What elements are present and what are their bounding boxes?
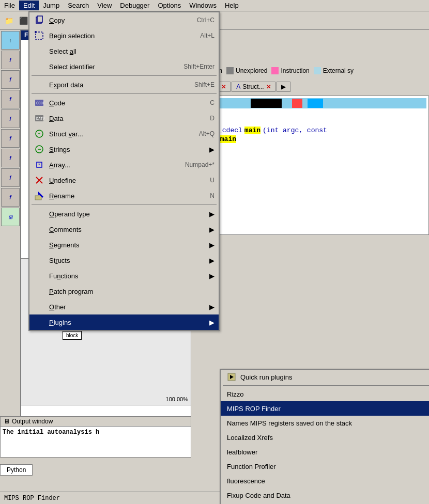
menu-edit[interactable]: Edit [19, 1, 39, 10]
legend-external-label: External sy [323, 67, 354, 74]
sidebar-func-6[interactable]: f [1, 149, 20, 167]
array-icon: * [34, 159, 45, 170]
svg-rect-19 [35, 196, 41, 200]
sidebar-func-7[interactable]: f [1, 168, 20, 187]
menu-struct-var-label: Struct var... [49, 130, 195, 138]
svg-point-7 [35, 31, 37, 33]
sidebar-func-8[interactable]: f [1, 188, 20, 207]
menu-begin-selection-shortcut: Alt+L [200, 32, 214, 39]
code-args: (int argc, const [263, 127, 327, 134]
plugin-names-mips[interactable]: Names MIPS registers saved on the stack [221, 416, 429, 430]
sidebar-func-2[interactable]: f [1, 70, 20, 89]
menu-view[interactable]: View [93, 1, 116, 10]
menu-comments[interactable]: Comments ▶ [29, 222, 219, 237]
svg-text:CODE: CODE [36, 101, 44, 105]
menu-array[interactable]: * Array... Numpad+* [29, 157, 219, 172]
plugin-fluorescence[interactable]: fluorescence [221, 474, 429, 488]
select-identifier-icon [34, 61, 45, 72]
tab-python[interactable]: Python [0, 464, 33, 476]
legend-unexplored-label: Unexplored [236, 67, 267, 74]
plugin-rizzo[interactable]: Rizzo [221, 387, 429, 401]
plugin-function-profiler[interactable]: Function Profiler [221, 459, 429, 474]
menu-begin-selection[interactable]: Begin selection Alt+L [29, 28, 219, 43]
code-area[interactable]: 📝 📊 # int __cdecl main (int argc, const … [191, 96, 429, 235]
legend-instruction-label: Instruction [281, 67, 309, 74]
output-icon: 🖥 [4, 418, 10, 425]
sidebar-func-5[interactable]: f [1, 129, 20, 148]
plugin-mips-rop[interactable]: MIPS ROP Finder [221, 401, 429, 416]
tab-struct-close[interactable]: ✕ [266, 84, 271, 90]
plugin-function-profiler-label: Function Profiler [227, 463, 276, 470]
plugin-localized-xrefs[interactable]: Localized Xrefs [221, 430, 429, 445]
menu-copy[interactable]: Copy Ctrl+C [29, 12, 219, 28]
svg-text:*: * [38, 162, 40, 167]
menu-help[interactable]: Help [221, 1, 243, 10]
menu-array-label: Array... [49, 161, 181, 169]
menu-undefine[interactable]: Undefine U [29, 172, 219, 188]
menu-other[interactable]: Other ▶ [29, 299, 219, 314]
menu-segments[interactable]: Segments ▶ [29, 237, 219, 253]
plugin-quick-run[interactable]: Quick run plugins Ctrl+3 [221, 370, 429, 384]
copy-icon [34, 14, 45, 26]
undefine-icon [34, 175, 45, 186]
menu-code[interactable]: CODE Code C [29, 95, 219, 111]
tab-struct[interactable]: A Struct... ✕ [232, 82, 275, 92]
strings-icon [34, 144, 45, 155]
menu-export-data[interactable]: Export data Shift+E [29, 77, 219, 92]
legend-unexplored-color [226, 67, 234, 74]
other-icon [34, 301, 45, 312]
tab-more[interactable]: ▶ [277, 82, 290, 92]
zoom-indicator: 100.00% [166, 396, 188, 402]
plugin-names-mips-label: Names MIPS registers saved on the stack [227, 419, 352, 427]
menu-struct-var[interactable]: + Struct var... Alt+Q [29, 126, 219, 141]
legend-instruction: Instruction [271, 67, 309, 74]
rename-icon [34, 190, 45, 201]
menu-comments-label: Comments [49, 226, 199, 233]
menu-data-label: Data [49, 115, 206, 122]
plugin-fixup-code-data[interactable]: Fixup Code and Data [221, 488, 429, 502]
menu-copy-shortcut: Ctrl+C [197, 17, 214, 24]
menu-rename[interactable]: Rename N [29, 188, 219, 203]
menu-patch-program[interactable]: Patch program [29, 284, 219, 299]
menu-plugins[interactable]: Plugins ▶ [29, 314, 219, 330]
sidebar-nav-1[interactable]: ↑ [1, 31, 20, 50]
toolbar-open[interactable]: 📁 [2, 14, 16, 27]
menu-functions-label: Functions [49, 272, 199, 280]
menu-search[interactable]: Search [64, 1, 93, 10]
menu-debugger[interactable]: Debugger [116, 1, 154, 10]
sidebar-func-3[interactable]: f [1, 90, 20, 108]
menu-strings[interactable]: Strings ▶ [29, 141, 219, 157]
menu-windows[interactable]: Windows [185, 1, 221, 10]
menu-functions[interactable]: Functions ▶ [29, 268, 219, 284]
menu-operand-type[interactable]: Operand type ▶ [29, 206, 219, 222]
tab-hex-close[interactable]: ✕ [221, 84, 226, 90]
strings-arrow: ▶ [209, 146, 214, 153]
menu-options[interactable]: Options [154, 1, 185, 10]
menubar: File Edit Jump Search View Debugger Opti… [0, 0, 429, 11]
legend-external: External sy [314, 67, 354, 74]
menu-data-shortcut: D [210, 115, 214, 122]
plugins-arrow: ▶ [209, 319, 214, 326]
sidebar-func-4[interactable]: f [1, 109, 20, 128]
structs-arrow: ▶ [209, 257, 214, 264]
tab-struct-icon: A [236, 83, 240, 90]
menu-other-label: Other [49, 303, 199, 311]
menu-jump[interactable]: Jump [39, 1, 64, 10]
menu-data[interactable]: DATA Data D [29, 111, 219, 126]
sidebar-func-1[interactable]: f [1, 51, 20, 69]
sidebar-nav-2[interactable]: ⊞ [1, 208, 20, 226]
menu-structs[interactable]: Structs ▶ [29, 253, 219, 268]
menu-code-label: Code [49, 99, 206, 107]
code-main-highlight-1: main [244, 127, 261, 134]
export-data-icon [34, 79, 45, 90]
menu-select-all[interactable]: Select all [29, 43, 219, 59]
edit-menu: Copy Ctrl+C Begin selection Alt+L Select… [28, 11, 220, 331]
menu-export-data-label: Export data [49, 81, 190, 89]
output-content: The initial autoanalysis h [1, 427, 191, 438]
menu-file[interactable]: File [0, 1, 19, 10]
menu-select-identifier[interactable]: Select identifier Shift+Enter [29, 59, 219, 74]
plugin-leafblower[interactable]: leafblower [221, 445, 429, 459]
menu-undefine-label: Undefine [49, 177, 206, 184]
functions-icon [34, 270, 45, 281]
quick-run-icon [227, 372, 236, 382]
